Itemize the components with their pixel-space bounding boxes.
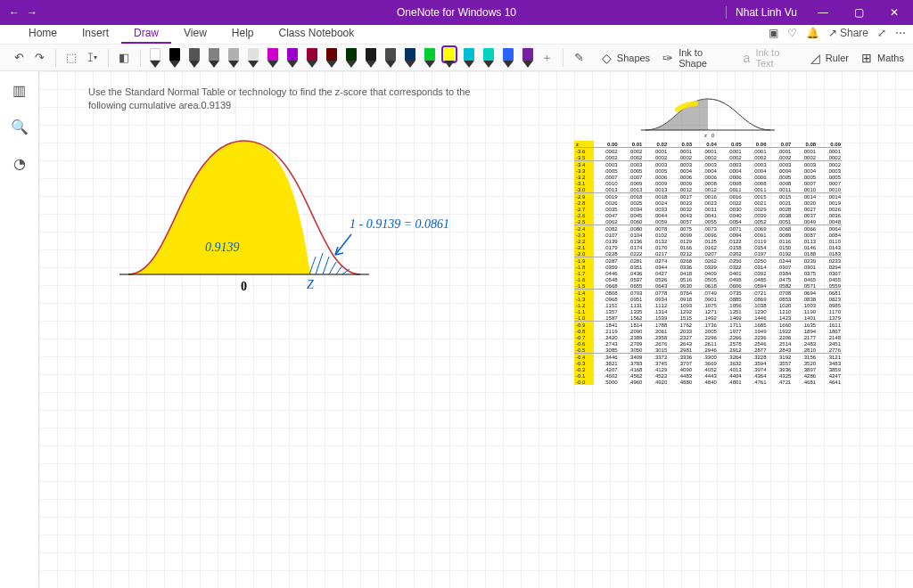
maximize-button[interactable]: ▢ [843, 0, 874, 25]
share-button[interactable]: ↗ Share [828, 27, 868, 39]
ruler-button[interactable]: ◿Ruler [810, 51, 849, 65]
ink-to-shape-button[interactable]: ✑Ink to Shape [662, 47, 730, 69]
pen-color[interactable] [460, 48, 478, 68]
maths-button[interactable]: ⊞Maths [861, 51, 904, 65]
problem-text: Use the Standard Normal Table or technol… [88, 86, 481, 113]
app-title: OneNote for Windows 10 [397, 6, 516, 19]
cast-icon[interactable]: ▣ [769, 27, 778, 39]
pen-color[interactable] [499, 48, 517, 68]
area-label: 0.9139 [205, 241, 240, 255]
eraser-tool[interactable]: ◧ [114, 47, 135, 69]
pen-color[interactable] [225, 48, 243, 68]
book-icon[interactable]: ▥ [12, 82, 26, 99]
svg-line-2 [316, 253, 323, 274]
pen-color[interactable] [185, 48, 203, 68]
ink-to-text-button: aInk to Text [744, 47, 798, 69]
tab-help[interactable]: Help [219, 24, 267, 44]
user-name[interactable]: Nhat Linh Vu [726, 6, 797, 19]
search-icon[interactable]: 🔍 [11, 118, 29, 135]
pen-color[interactable] [440, 48, 458, 68]
minimize-button[interactable]: — [808, 0, 838, 25]
pen-color[interactable] [205, 48, 223, 68]
pen-color[interactable] [342, 48, 360, 68]
draw-toolbox: ↶ ↷ ⬚ ꕯ▾ ◧ ＋ ✎ ◇Shapes ✑Ink to Shape aIn… [0, 45, 913, 71]
pen-color[interactable] [519, 48, 537, 68]
note-canvas[interactable]: Use the Standard Normal Table or technol… [39, 71, 913, 588]
nav-forward-icon[interactable]: → [27, 6, 37, 19]
pen-color[interactable] [303, 48, 321, 68]
left-nav-bar: ▥ 🔍 ◔ [0, 71, 39, 588]
zero-marker: 0 [241, 280, 247, 294]
titlebar: ← → OneNote for Windows 10 Nhat Linh Vu … [0, 0, 913, 25]
pen-color[interactable] [264, 48, 282, 68]
undo-button[interactable]: ↶ [9, 47, 29, 69]
bell-curve-sketch: 0.9139 1 - 0.9139 = 0.0861 0 Z [102, 123, 396, 310]
recent-icon[interactable]: ◔ [13, 155, 26, 172]
pen-color[interactable] [323, 48, 341, 68]
tab-draw[interactable]: Draw [121, 24, 171, 44]
tab-insert[interactable]: Insert [70, 24, 121, 44]
ink-color-picker[interactable]: ✎ [569, 47, 589, 69]
z-marker: Z [307, 278, 314, 292]
pen-color[interactable] [284, 48, 301, 68]
pen-color[interactable] [244, 48, 262, 68]
lasso-tool[interactable]: ⬚ [62, 47, 82, 69]
shapes-button[interactable]: ◇Shapes [602, 51, 650, 65]
redo-button[interactable]: ↷ [29, 47, 50, 69]
pen-color[interactable] [382, 48, 399, 68]
equation-label: 1 - 0.9139 = 0.0861 [350, 217, 510, 232]
close-button[interactable]: ✕ [879, 0, 909, 25]
more-icon[interactable]: ⋯ [895, 27, 906, 39]
nav-back-icon[interactable]: ← [9, 6, 20, 19]
pen-color[interactable] [401, 48, 419, 68]
text-cursor-tool[interactable]: ꕯ▾ [82, 47, 103, 69]
z-table: z 0 z0.000.010.020.030.040.050.060.070.0… [574, 94, 842, 385]
svg-line-5 [336, 265, 342, 274]
lightbulb-icon[interactable]: ♡ [787, 27, 797, 39]
tab-home[interactable]: Home [16, 24, 70, 44]
pen-palette [146, 48, 537, 68]
tab-class-notebook[interactable]: Class Notebook [267, 24, 367, 44]
svg-line-3 [323, 257, 329, 274]
tab-view[interactable]: View [171, 24, 219, 44]
expand-icon[interactable]: ⤢ [877, 27, 886, 39]
pen-color[interactable] [421, 48, 439, 68]
add-pen-button[interactable]: ＋ [537, 47, 557, 69]
bell-icon[interactable]: 🔔 [806, 27, 819, 39]
pen-color[interactable] [146, 48, 164, 68]
pen-color[interactable] [480, 48, 498, 68]
svg-line-1 [309, 257, 316, 274]
pen-color[interactable] [362, 48, 380, 68]
svg-line-4 [329, 262, 336, 274]
ribbon-tabs: HomeInsertDrawViewHelpClass Notebook ▣ ♡… [0, 25, 913, 45]
pen-color[interactable] [166, 48, 184, 68]
